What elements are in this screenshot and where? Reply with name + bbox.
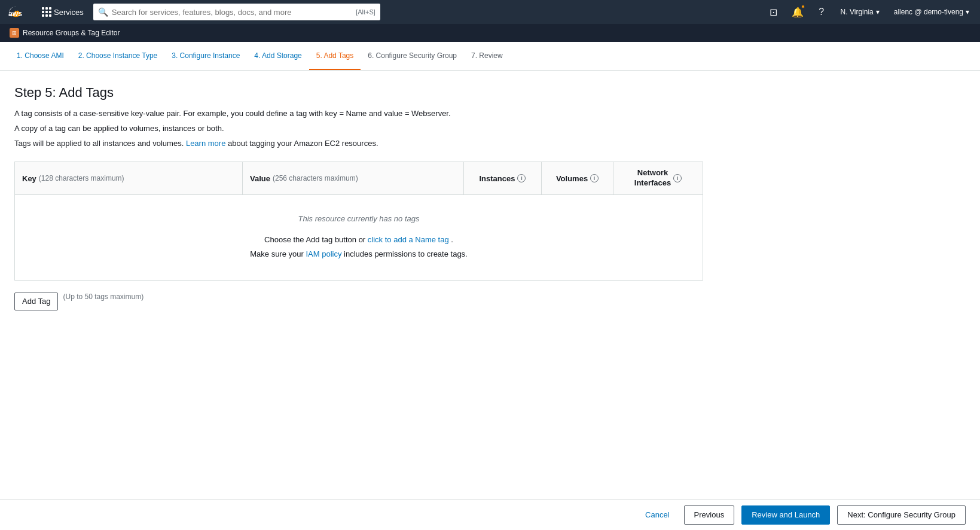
aws-logo[interactable]: aws xyxy=(7,5,30,19)
desc3-end: about tagging your Amazon EC2 resources. xyxy=(228,139,378,148)
services-button[interactable]: Services xyxy=(37,5,88,19)
empty-secondary-line2-start: Make sure your xyxy=(250,249,304,258)
network-info-icon[interactable]: i xyxy=(673,174,682,182)
click-to-add-name-tag-link[interactable]: click to add a Name tag xyxy=(368,235,449,244)
resource-groups-icon: ⊞ xyxy=(10,28,19,38)
col-header-network: NetworkInterfaces i xyxy=(613,162,703,194)
table-header: Key (128 characters maximum) Value (256 … xyxy=(15,162,703,195)
col-header-instances: Instances i xyxy=(463,162,541,194)
nav-right: ⊡ 🔔 ? N. Virginia ▾ allenc @ demo-tlveng… xyxy=(765,4,973,20)
services-label: Services xyxy=(54,8,84,17)
col-header-value: Value (256 characters maximum) xyxy=(242,162,463,194)
wizard-step-4[interactable]: 4. Add Storage xyxy=(247,42,309,71)
grid-icon xyxy=(42,7,51,17)
col-volumes-label: Volumes xyxy=(556,174,588,183)
description-2: A copy of a tag can be applied to volume… xyxy=(14,123,703,135)
empty-primary-text: This resource currently has no tags xyxy=(25,214,693,223)
tags-table: Key (128 characters maximum) Value (256 … xyxy=(14,162,703,281)
add-tag-button[interactable]: Add Tag xyxy=(14,293,58,310)
empty-secondary: Choose the Add tag button or click to ad… xyxy=(25,233,693,261)
volumes-info-icon[interactable]: i xyxy=(590,174,599,182)
user-label: allenc @ demo-tlveng xyxy=(894,8,963,16)
col-key-label: Key xyxy=(22,174,36,183)
wizard-step-6[interactable]: 6. Configure Security Group xyxy=(361,42,464,71)
tag-limit-text: (Up to 50 tags maximum) xyxy=(63,293,144,301)
main-content: Step 5: Add Tags A tag consists of a cas… xyxy=(0,71,718,358)
table-empty-state: This resource currently has no tags Choo… xyxy=(15,195,703,280)
sub-nav-label: Resource Groups & Tag Editor xyxy=(23,29,120,37)
wizard-step-3[interactable]: 3. Configure Instance xyxy=(164,42,247,71)
col-value-hint: (256 characters maximum) xyxy=(273,174,358,182)
col-header-volumes: Volumes i xyxy=(541,162,613,194)
col-value-label: Value xyxy=(250,174,270,183)
svg-text:aws: aws xyxy=(8,10,22,18)
terminal-icon-btn[interactable]: ⊡ xyxy=(765,4,782,20)
region-selector[interactable]: N. Virginia ▾ xyxy=(837,5,883,19)
col-key-hint: (128 characters maximum) xyxy=(39,174,124,182)
wizard-step-2[interactable]: 2. Choose Instance Type xyxy=(71,42,165,71)
search-icon: 🔍 xyxy=(98,7,108,17)
description-3: Tags will be applied to all instances an… xyxy=(14,138,703,150)
notification-dot xyxy=(801,5,805,8)
desc3-start: Tags will be applied to all instances an… xyxy=(14,139,184,148)
page-title: Step 5: Add Tags xyxy=(14,85,703,100)
notifications-btn[interactable]: 🔔 xyxy=(789,4,806,20)
empty-secondary-line2-end: includes permissions to create tags. xyxy=(344,249,468,258)
help-icon: ? xyxy=(819,7,824,17)
col-network-label: NetworkInterfaces xyxy=(634,168,671,188)
col-header-key: Key (128 characters maximum) xyxy=(15,162,242,194)
top-nav: aws Services 🔍 [Alt+S] ⊡ 🔔 ? N. Virginia… xyxy=(0,0,980,24)
search-shortcut: [Alt+S] xyxy=(356,8,375,16)
empty-secondary-start: Choose the Add tag button or xyxy=(264,235,365,244)
terminal-icon: ⊡ xyxy=(770,7,777,18)
learn-more-link[interactable]: Learn more xyxy=(186,139,225,148)
wizard-steps: 1. Choose AMI 2. Choose Instance Type 3.… xyxy=(0,42,980,71)
resource-groups-tag-editor-link[interactable]: ⊞ Resource Groups & Tag Editor xyxy=(5,26,125,40)
col-instances-label: Instances xyxy=(480,174,515,183)
wizard-step-5[interactable]: 5. Add Tags xyxy=(309,42,361,71)
user-menu[interactable]: allenc @ demo-tlveng ▾ xyxy=(890,5,973,19)
sub-nav: ⊞ Resource Groups & Tag Editor xyxy=(0,24,980,42)
add-tag-row: Add Tag (Up to 50 tags maximum) xyxy=(14,283,703,310)
search-bar[interactable]: 🔍 [Alt+S] xyxy=(93,4,380,20)
empty-secondary-mid: . xyxy=(451,235,453,244)
wizard-step-1[interactable]: 1. Choose AMI xyxy=(10,42,71,71)
wizard-step-7[interactable]: 7. Review xyxy=(464,42,510,71)
region-label: N. Virginia xyxy=(841,8,874,16)
iam-policy-link[interactable]: IAM policy xyxy=(306,249,341,258)
instances-info-icon[interactable]: i xyxy=(517,174,526,182)
user-dropdown-icon: ▾ xyxy=(966,8,969,16)
search-input[interactable] xyxy=(112,8,352,17)
aws-logo-img: aws xyxy=(7,5,30,19)
region-dropdown-icon: ▾ xyxy=(876,8,880,16)
description-1: A tag consists of a case-sensitive key-v… xyxy=(14,108,703,120)
help-icon-btn[interactable]: ? xyxy=(813,4,830,20)
